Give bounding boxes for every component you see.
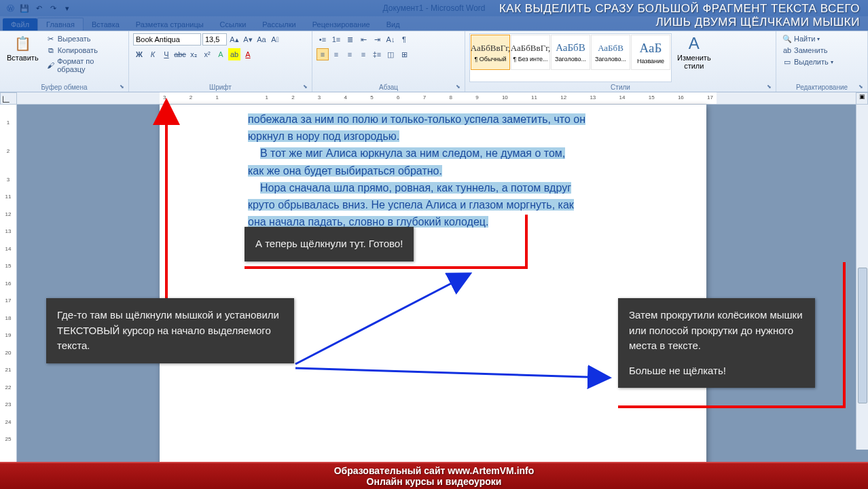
replace-button[interactable]: abЗаменить [780, 45, 835, 56]
banner-line1: КАК ВЫДЕЛИТЬ СРАЗУ БОЛЬШОЙ ФРАГМЕНТ ТЕКС… [499, 2, 860, 16]
tutorial-banner: КАК ВЫДЕЛИТЬ СРАЗУ БОЛЬШОЙ ФРАГМЕНТ ТЕКС… [0, 0, 868, 31]
cut-icon: ✂ [46, 34, 56, 43]
find-icon: 🔍 [782, 34, 792, 43]
sort-icon[interactable]: A↓ [384, 33, 397, 46]
ruler-toggle-icon[interactable]: ▣ [856, 92, 868, 105]
vruler-numbers: 123111213141516171819202122232425 [0, 105, 16, 442]
justify-icon[interactable]: ≡ [357, 48, 369, 60]
format-painter-button[interactable]: 🖌Формат по образцу [44, 56, 124, 74]
document-text[interactable]: побежала за ним по полю и только-только … [160, 105, 706, 238]
change-case-icon[interactable]: Aa [255, 33, 268, 46]
strike-button[interactable]: abc [174, 48, 186, 60]
group-editing-label: Редактирование [780, 82, 863, 91]
paste-button[interactable]: 📋 Вставить [4, 33, 41, 82]
subscript-button[interactable]: x₂ [187, 48, 200, 60]
align-center-icon[interactable]: ≡ [330, 48, 342, 60]
cut-button[interactable]: ✂Вырезать [44, 33, 124, 44]
style-heading2[interactable]: АаБбВЗаголово... [591, 35, 630, 70]
group-editing: 🔍Найти▾ abЗаменить ▭Выделить▾ Редактиров… [776, 31, 868, 92]
group-styles: АаБбВвГг,¶ Обычный АаБбВвГг,¶ Без инте..… [465, 31, 776, 92]
line-spacing-icon[interactable]: ‡≡ [371, 48, 383, 60]
borders-icon[interactable]: ⊞ [398, 48, 410, 60]
align-left-icon[interactable]: ≡ [317, 48, 329, 60]
font-color-icon[interactable]: A [242, 48, 254, 60]
clear-format-icon[interactable]: Aͯ [269, 33, 281, 46]
show-marks-icon[interactable]: ¶ [398, 33, 410, 46]
select-icon: ▭ [782, 57, 792, 67]
group-paragraph-label: Абзац [317, 82, 460, 91]
banner-line2: ЛИШЬ ДВУМЯ ЩЁЛЧКАМИ МЫШКИ [655, 16, 860, 29]
document-page[interactable]: побежала за ним по полю и только-только … [160, 105, 706, 489]
annotation-click-here: А теперь щёлкнули тут. Готово! [245, 227, 414, 261]
group-paragraph: •≡ 1≡ ≣ ⇤ ⇥ A↓ ¶ ≡ ≡ ≡ ≡ ‡≡ ◫ ⊞ Абзац [312, 31, 465, 92]
style-nospacing[interactable]: АаБбВвГг,¶ Без инте... [511, 35, 550, 70]
grow-font-icon[interactable]: A▴ [228, 33, 240, 46]
annotation-first-click: Где-то там вы щёлкнули мышкой и установи… [46, 298, 294, 363]
footer-line1: Образовательный сайт www.ArtemVM.info [334, 465, 535, 476]
underline-button[interactable]: Ч [160, 48, 173, 60]
italic-button[interactable]: К [147, 48, 159, 60]
numbering-icon[interactable]: 1≡ [330, 33, 342, 46]
style-heading1[interactable]: АаБбВЗаголово... [551, 35, 590, 70]
hruler-numbers: 3211234567891011121314151617 [160, 94, 717, 101]
ruler-corner[interactable]: ∟ [0, 92, 17, 105]
find-button[interactable]: 🔍Найти▾ [780, 33, 835, 44]
align-right-icon[interactable]: ≡ [344, 48, 356, 60]
text-effects-icon[interactable]: A [215, 48, 227, 60]
style-title[interactable]: АаБНазвание [631, 35, 670, 70]
vertical-ruler[interactable]: 123111213141516171819202122232425 [0, 105, 17, 462]
shrink-font-icon[interactable]: A▾ [242, 33, 254, 46]
styles-gallery[interactable]: АаБбВвГг,¶ Обычный АаБбВвГг,¶ Без инте..… [469, 33, 672, 82]
highlight-icon[interactable]: ab [228, 48, 240, 60]
font-size-select[interactable] [202, 33, 227, 46]
group-clipboard: 📋 Вставить ✂Вырезать ⧉Копировать 🖌Формат… [0, 31, 129, 92]
change-styles-button[interactable]: A Изменить стили [674, 33, 714, 82]
workspace: ∟ 3211234567891011121314151617 ▣ 1231112… [0, 92, 868, 462]
tutorial-footer: Образовательный сайт www.ArtemVM.info Он… [0, 462, 868, 489]
paste-icon: 📋 [14, 35, 31, 52]
horizontal-ruler[interactable]: 3211234567891011121314151617 [17, 92, 856, 105]
multilevel-icon[interactable]: ≣ [344, 33, 356, 46]
replace-icon: ab [782, 46, 792, 55]
bullets-icon[interactable]: •≡ [317, 33, 329, 46]
copy-icon: ⧉ [46, 46, 56, 55]
vertical-scrollbar[interactable] [856, 105, 868, 450]
outdent-icon[interactable]: ⇤ [357, 33, 369, 46]
change-styles-icon: A [685, 35, 703, 52]
copy-button[interactable]: ⧉Копировать [44, 45, 124, 56]
font-name-select[interactable] [133, 33, 201, 46]
group-clipboard-label: Буфер обмена [4, 82, 124, 91]
brush-icon: 🖌 [46, 60, 56, 70]
bold-button[interactable]: Ж [133, 48, 145, 60]
select-button[interactable]: ▭Выделить▾ [780, 56, 835, 67]
superscript-button[interactable]: x² [201, 48, 213, 60]
style-normal[interactable]: АаБбВвГг,¶ Обычный [471, 35, 510, 70]
group-font-label: Шрифт [133, 82, 308, 91]
shading-icon[interactable]: ◫ [384, 48, 397, 60]
group-font: A▴ A▾ Aa Aͯ Ж К Ч abc x₂ x² A ab A Шрифт [129, 31, 312, 92]
ribbon: 📋 Вставить ✂Вырезать ⧉Копировать 🖌Формат… [0, 31, 868, 92]
indent-icon[interactable]: ⇥ [371, 33, 383, 46]
footer-line2: Онлайн курсы и видеоуроки [367, 476, 502, 487]
scrollbar-thumb[interactable] [858, 268, 867, 403]
annotation-scroll: Затем прокрутили колёсиком мышки или пол… [618, 298, 815, 388]
group-styles-label: Стили [469, 82, 772, 91]
